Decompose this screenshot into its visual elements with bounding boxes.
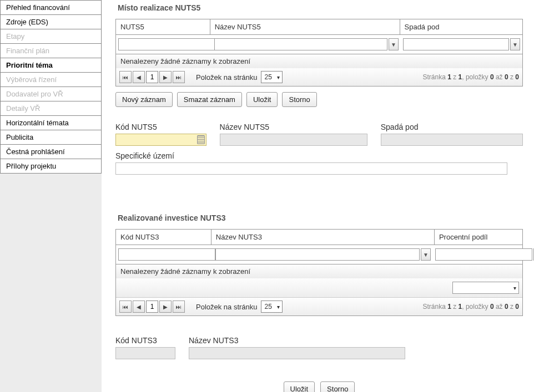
pager-per-select[interactable]: 25 [261, 301, 283, 313]
grid-empty-msg: Nenalezeny žádné záznamy k zobrazení [116, 264, 522, 278]
specificke-uzemi-label: Specifické území [115, 151, 523, 160]
pager-next-icon[interactable]: ▶ [159, 301, 172, 313]
sidebar-item-vyberova-rizeni: Výběrová řízení [0, 72, 102, 87]
pager-per-label: Položek na stránku [196, 303, 258, 311]
filter-btn-icon[interactable]: ▼ [421, 248, 431, 261]
sidebar-item-etapy: Etapy [0, 29, 102, 44]
chevron-down-icon: ▾ [513, 285, 516, 291]
section-title-nuts3: Realizované investice NUTS3 [118, 213, 523, 222]
specificke-uzemi-input[interactable] [115, 162, 507, 175]
filter-spada-pod[interactable] [403, 38, 509, 50]
nazev-nuts5-input[interactable] [220, 134, 367, 146]
kod-nuts5-input[interactable] [115, 134, 206, 146]
col-nazev-nuts3[interactable]: Název NUTS3 [211, 230, 435, 245]
sidebar-item-cestna-prohlaseni[interactable]: Čestná prohlášení [0, 144, 102, 159]
col-nuts5[interactable]: NUTS5 [116, 19, 210, 34]
filter-nazev-nuts5[interactable] [214, 38, 387, 50]
sidebar-item-detaily-vr: Detaily VŘ [0, 101, 102, 116]
pager-prev-icon[interactable]: ◀ [133, 71, 145, 83]
kod-nuts3-input[interactable] [115, 347, 175, 359]
sidebar-item-prehled-financovani[interactable]: Přehled financování [0, 0, 102, 15]
grid-nuts5: NUTS5 Název NUTS5 Spadá pod ▼ ▼ ▼ Nenale [115, 19, 523, 86]
kod-nuts5-label: Kód NUTS5 [115, 123, 206, 131]
save-button[interactable]: Uložit [246, 92, 278, 107]
grid-empty-msg: Nenalezeny žádné záznamy k zobrazení [116, 54, 522, 68]
main-content: Místo realizace NUTS5 NUTS5 Název NUTS5 … [102, 0, 534, 392]
nazev-nuts3-label: Název NUTS3 [189, 336, 405, 345]
col-nazev-nuts5[interactable]: Název NUTS5 [210, 19, 400, 34]
pager-page-input[interactable] [146, 71, 158, 83]
sidebar: Přehled financování Zdroje (EDS) Etapy F… [0, 0, 102, 392]
section-title-nuts5: Místo realizace NUTS5 [118, 3, 523, 12]
pager-first-icon[interactable]: ⏮ [119, 301, 132, 313]
filter-kod-nuts3[interactable] [118, 248, 215, 261]
nazev-nuts5-label: Název NUTS5 [220, 123, 367, 131]
filter-nuts5[interactable] [118, 38, 215, 50]
cancel-button[interactable]: Storno [282, 92, 316, 107]
filter-nazev-nuts3[interactable] [215, 248, 420, 261]
cancel-button[interactable]: Storno [320, 381, 355, 392]
grid-extra-select[interactable]: ▾ [452, 282, 519, 294]
pager-page-input[interactable] [146, 301, 158, 313]
sidebar-item-dodavatel-pro-vr: Dodavatel pro VŘ [0, 86, 102, 101]
col-procentni-podil[interactable]: Procentní podíl [435, 230, 522, 245]
filter-btn-icon[interactable]: ▼ [389, 38, 399, 50]
pager-per-select[interactable]: 25 [261, 71, 283, 83]
sidebar-item-horizontalni-temata[interactable]: Horizontální témata [0, 115, 102, 130]
lookup-icon[interactable] [197, 135, 205, 144]
col-spada-pod[interactable]: Spadá pod [400, 19, 523, 34]
pager-first-icon[interactable]: ⏮ [119, 71, 132, 83]
save-button[interactable]: Uložit [284, 381, 315, 392]
delete-record-button[interactable]: Smazat záznam [177, 92, 242, 107]
col-kod-nuts3[interactable]: Kód NUTS3 [116, 230, 211, 245]
grid-nuts3: Kód NUTS3 Název NUTS3 Procentní podíl ▼ … [115, 229, 523, 316]
sidebar-item-financni-plan: Finanční plán [0, 43, 102, 58]
pager-last-icon[interactable]: ⏭ [173, 71, 185, 83]
new-record-button[interactable]: Nový záznam [115, 92, 173, 107]
sidebar-item-prioritni-tema[interactable]: Prioritní téma [0, 58, 102, 73]
pager-info: Stránka 1 z 1, položky 0 až 0 z 0 [422, 73, 519, 81]
sidebar-item-publicita[interactable]: Publicita [0, 130, 102, 145]
pager-info: Stránka 1 z 1, položky 0 až 0 z 0 [422, 303, 519, 310]
pager-per-label: Položek na stránku [196, 73, 258, 82]
pager-prev-icon[interactable]: ◀ [133, 301, 145, 313]
spada-pod-input[interactable] [381, 134, 523, 146]
sidebar-item-prilohy-projektu[interactable]: Přílohy projektu [0, 159, 102, 174]
kod-nuts3-label: Kód NUTS3 [115, 336, 175, 345]
filter-btn-icon[interactable]: ▼ [510, 38, 520, 50]
filter-procentni-podil[interactable] [435, 248, 532, 261]
sidebar-item-zdroje-eds[interactable]: Zdroje (EDS) [0, 14, 102, 29]
nazev-nuts3-input[interactable] [189, 347, 405, 359]
pager-last-icon[interactable]: ⏭ [173, 301, 185, 313]
pager-next-icon[interactable]: ▶ [159, 71, 172, 83]
spada-pod-label: Spadá pod [381, 123, 523, 131]
